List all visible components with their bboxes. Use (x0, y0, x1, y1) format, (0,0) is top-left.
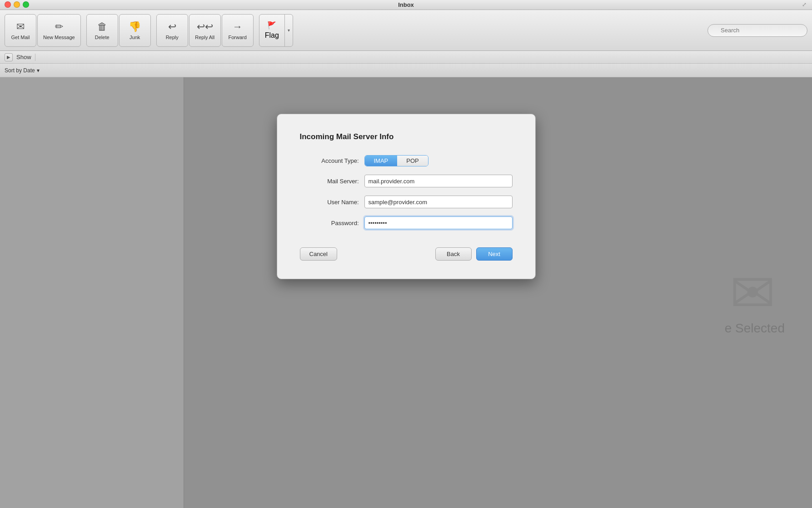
sort-chevron-icon: ▾ (37, 67, 40, 74)
user-name-row: User Name: (300, 196, 513, 208)
sort-label-text: Sort by Date (5, 67, 35, 74)
show-label: Show (16, 54, 31, 60)
cancel-button[interactable]: Cancel (300, 247, 337, 261)
delete-label: Delete (95, 35, 110, 40)
get-mail-icon: ✉ (16, 21, 25, 33)
get-mail-label: Get Mail (11, 35, 30, 40)
title-bar: Inbox ⤢ (0, 0, 812, 10)
account-type-control: IMAP POP (364, 155, 428, 166)
junk-icon: 👎 (129, 21, 141, 33)
flag-icon: 🚩 (267, 21, 276, 30)
password-input[interactable] (364, 216, 513, 229)
password-row: Password: (300, 216, 513, 229)
show-divider (35, 54, 35, 61)
new-message-icon: ✏ (55, 21, 63, 33)
traffic-lights (5, 1, 29, 8)
user-name-input[interactable] (364, 196, 513, 208)
new-message-button[interactable]: ✏ New Message (37, 14, 81, 47)
resize-icon[interactable]: ⤢ (802, 1, 808, 8)
forward-label: Forward (229, 35, 247, 40)
window-title: Inbox (398, 1, 414, 8)
account-type-label: Account Type: (300, 157, 359, 164)
delete-button[interactable]: 🗑 Delete (86, 14, 118, 47)
reply-icon: ↩ (168, 21, 176, 33)
forward-button[interactable]: → Forward (222, 14, 254, 47)
reply-label: Reply (166, 35, 179, 40)
mail-server-row: Mail Server: (300, 175, 513, 187)
play-icon: ▶ (7, 55, 10, 60)
mail-server-input[interactable] (364, 175, 513, 187)
search-wrapper: 🔍 (707, 24, 807, 37)
maximize-button[interactable] (23, 1, 29, 8)
close-button[interactable] (5, 1, 11, 8)
dialog-buttons: Cancel Back Next (300, 247, 513, 261)
toolbar: ✉ Get Mail ✏ New Message 🗑 Delete 👎 Junk… (0, 10, 812, 51)
reply-button[interactable]: ↩ Reply (156, 14, 188, 47)
junk-button[interactable]: 👎 Junk (119, 14, 151, 47)
flag-button[interactable]: 🚩 Flag (259, 15, 285, 46)
modal-overlay: Incoming Mail Server Info Account Type: … (0, 77, 812, 508)
new-message-label: New Message (43, 35, 75, 40)
password-label: Password: (300, 220, 359, 226)
dialog-title: Incoming Mail Server Info (300, 132, 513, 141)
account-type-row: Account Type: IMAP POP (300, 155, 513, 166)
flag-button-wrapper: 🚩 Flag ▾ (259, 14, 293, 47)
next-button[interactable]: Next (476, 247, 513, 261)
junk-label: Junk (130, 35, 140, 40)
show-play-button[interactable]: ▶ (5, 53, 13, 61)
search-container: 🔍 (707, 24, 807, 37)
mail-server-label: Mail Server: (300, 178, 359, 185)
reply-all-button[interactable]: ↩↩ Reply All (189, 14, 221, 47)
show-bar: ▶ Show (0, 51, 812, 64)
content-area: ✉ e Selected Incoming Mail Server Info A… (0, 77, 812, 508)
user-name-label: User Name: (300, 199, 359, 206)
back-button[interactable]: Back (435, 247, 472, 261)
chevron-down-icon: ▾ (288, 28, 290, 33)
sort-bar: Sort by Date ▾ (0, 64, 812, 77)
reply-all-icon: ↩↩ (197, 21, 213, 33)
delete-icon: 🗑 (97, 21, 107, 33)
pop-button[interactable]: POP (397, 156, 428, 166)
reply-all-label: Reply All (195, 35, 214, 40)
search-input[interactable] (707, 24, 807, 37)
imap-button[interactable]: IMAP (365, 156, 398, 166)
flag-label: Flag (265, 31, 279, 40)
forward-icon: → (233, 21, 243, 33)
flag-dropdown-button[interactable]: ▾ (285, 15, 293, 46)
minimize-button[interactable] (14, 1, 20, 8)
incoming-mail-dialog: Incoming Mail Server Info Account Type: … (277, 114, 536, 279)
get-mail-button[interactable]: ✉ Get Mail (5, 14, 36, 47)
sort-by-date-button[interactable]: Sort by Date ▾ (5, 67, 40, 74)
